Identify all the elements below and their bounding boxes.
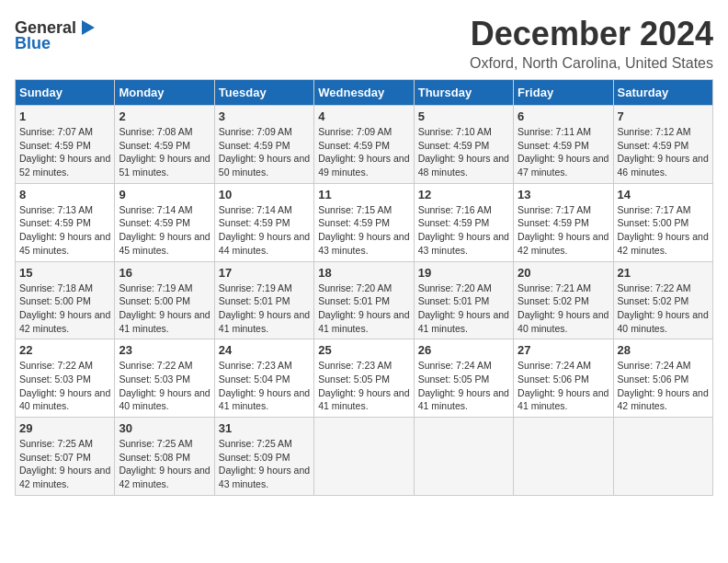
- calendar-cell: [613, 418, 712, 496]
- day-number: 9: [119, 188, 210, 201]
- day-number: 13: [518, 188, 609, 201]
- calendar-cell: [414, 418, 513, 496]
- day-detail: Sunrise: 7:09 AMSunset: 4:59 PMDaylight:…: [219, 125, 310, 179]
- calendar-cell: 24Sunrise: 7:23 AMSunset: 5:04 PMDayligh…: [214, 339, 313, 418]
- calendar-cell: 2Sunrise: 7:08 AMSunset: 4:59 PMDaylight…: [115, 106, 214, 184]
- calendar-cell: 22Sunrise: 7:22 AMSunset: 5:03 PMDayligh…: [16, 339, 115, 418]
- day-detail: Sunrise: 7:21 AMSunset: 5:02 PMDaylight:…: [518, 282, 609, 336]
- day-detail: Sunrise: 7:17 AMSunset: 5:00 PMDaylight:…: [618, 203, 709, 258]
- day-header-monday: Monday: [115, 80, 214, 106]
- day-detail: Sunrise: 7:17 AMSunset: 4:59 PMDaylight:…: [518, 203, 609, 258]
- calendar-cell: 7Sunrise: 7:12 AMSunset: 4:59 PMDaylight…: [613, 106, 712, 184]
- day-detail: Sunrise: 7:16 AMSunset: 4:59 PMDaylight:…: [418, 203, 509, 258]
- day-header-wednesday: Wednesday: [314, 80, 414, 106]
- calendar-cell: 3Sunrise: 7:09 AMSunset: 4:59 PMDaylight…: [214, 106, 313, 184]
- calendar-cell: 4Sunrise: 7:09 AMSunset: 4:59 PMDaylight…: [314, 106, 414, 184]
- calendar-subtitle: Oxford, North Carolina, United States: [470, 55, 713, 72]
- calendar-cell: 19Sunrise: 7:20 AMSunset: 5:01 PMDayligh…: [414, 261, 513, 339]
- day-detail: Sunrise: 7:10 AMSunset: 4:59 PMDaylight:…: [418, 125, 509, 179]
- logo-blue-text: Blue: [15, 34, 51, 53]
- day-detail: Sunrise: 7:24 AMSunset: 5:06 PMDaylight:…: [518, 359, 609, 413]
- calendar-week-row: 15Sunrise: 7:18 AMSunset: 5:00 PMDayligh…: [16, 261, 713, 339]
- day-header-thursday: Thursday: [414, 80, 513, 106]
- calendar-cell: 11Sunrise: 7:15 AMSunset: 4:59 PMDayligh…: [314, 183, 414, 261]
- day-detail: Sunrise: 7:25 AMSunset: 5:07 PMDaylight:…: [19, 437, 110, 491]
- day-detail: Sunrise: 7:09 AMSunset: 4:59 PMDaylight:…: [318, 125, 409, 179]
- calendar-cell: [314, 418, 414, 496]
- svg-marker-0: [82, 20, 95, 35]
- day-detail: Sunrise: 7:15 AMSunset: 4:59 PMDaylight:…: [318, 203, 409, 258]
- calendar-cell: 8Sunrise: 7:13 AMSunset: 4:59 PMDaylight…: [16, 183, 115, 261]
- day-header-tuesday: Tuesday: [214, 80, 313, 106]
- day-detail: Sunrise: 7:08 AMSunset: 4:59 PMDaylight:…: [119, 125, 210, 179]
- day-number: 24: [219, 343, 310, 357]
- day-detail: Sunrise: 7:25 AMSunset: 5:09 PMDaylight:…: [219, 437, 310, 491]
- calendar-header-row: SundayMondayTuesdayWednesdayThursdayFrid…: [16, 80, 713, 106]
- calendar-cell: 13Sunrise: 7:17 AMSunset: 4:59 PMDayligh…: [514, 183, 613, 261]
- day-header-sunday: Sunday: [16, 80, 115, 106]
- calendar-cell: 1Sunrise: 7:07 AMSunset: 4:59 PMDaylight…: [16, 106, 115, 184]
- calendar-cell: 18Sunrise: 7:20 AMSunset: 5:01 PMDayligh…: [314, 261, 414, 339]
- calendar-cell: 25Sunrise: 7:23 AMSunset: 5:05 PMDayligh…: [314, 339, 414, 418]
- day-detail: Sunrise: 7:23 AMSunset: 5:04 PMDaylight:…: [219, 359, 310, 413]
- day-detail: Sunrise: 7:24 AMSunset: 5:06 PMDaylight:…: [618, 359, 709, 413]
- day-detail: Sunrise: 7:22 AMSunset: 5:03 PMDaylight:…: [119, 359, 210, 413]
- calendar-body: 1Sunrise: 7:07 AMSunset: 4:59 PMDaylight…: [16, 106, 713, 496]
- day-number: 10: [219, 188, 310, 201]
- calendar-cell: 29Sunrise: 7:25 AMSunset: 5:07 PMDayligh…: [16, 418, 115, 496]
- calendar-cell: 14Sunrise: 7:17 AMSunset: 5:00 PMDayligh…: [613, 183, 712, 261]
- day-number: 22: [19, 343, 110, 357]
- calendar-week-row: 1Sunrise: 7:07 AMSunset: 4:59 PMDaylight…: [16, 106, 713, 184]
- day-detail: Sunrise: 7:23 AMSunset: 5:05 PMDaylight:…: [318, 359, 409, 413]
- calendar-table: SundayMondayTuesdayWednesdayThursdayFrid…: [15, 79, 713, 496]
- calendar-cell: 17Sunrise: 7:19 AMSunset: 5:01 PMDayligh…: [214, 261, 313, 339]
- calendar-cell: 12Sunrise: 7:16 AMSunset: 4:59 PMDayligh…: [414, 183, 513, 261]
- calendar-cell: 30Sunrise: 7:25 AMSunset: 5:08 PMDayligh…: [115, 418, 214, 496]
- day-number: 8: [19, 188, 110, 201]
- calendar-cell: 20Sunrise: 7:21 AMSunset: 5:02 PMDayligh…: [514, 261, 613, 339]
- day-number: 4: [318, 109, 409, 123]
- day-number: 17: [219, 266, 310, 280]
- day-detail: Sunrise: 7:24 AMSunset: 5:05 PMDaylight:…: [418, 359, 509, 413]
- day-detail: Sunrise: 7:07 AMSunset: 4:59 PMDaylight:…: [19, 125, 110, 179]
- day-number: 27: [518, 343, 609, 357]
- calendar-cell: 10Sunrise: 7:14 AMSunset: 4:59 PMDayligh…: [214, 183, 313, 261]
- calendar-title-area: December 2024 Oxford, North Carolina, Un…: [470, 15, 713, 72]
- calendar-cell: 28Sunrise: 7:24 AMSunset: 5:06 PMDayligh…: [613, 339, 712, 418]
- calendar-cell: 21Sunrise: 7:22 AMSunset: 5:02 PMDayligh…: [613, 261, 712, 339]
- day-number: 6: [518, 109, 609, 123]
- calendar-cell: 15Sunrise: 7:18 AMSunset: 5:00 PMDayligh…: [16, 261, 115, 339]
- day-number: 11: [318, 188, 409, 201]
- day-number: 21: [618, 266, 709, 280]
- day-detail: Sunrise: 7:14 AMSunset: 4:59 PMDaylight:…: [219, 203, 310, 258]
- day-number: 5: [418, 109, 509, 123]
- day-number: 19: [418, 266, 509, 280]
- calendar-week-row: 8Sunrise: 7:13 AMSunset: 4:59 PMDaylight…: [16, 183, 713, 261]
- calendar-title: December 2024: [470, 15, 713, 53]
- calendar-cell: 6Sunrise: 7:11 AMSunset: 4:59 PMDaylight…: [514, 106, 613, 184]
- calendar-cell: 9Sunrise: 7:14 AMSunset: 4:59 PMDaylight…: [115, 183, 214, 261]
- day-detail: Sunrise: 7:19 AMSunset: 5:00 PMDaylight:…: [119, 282, 210, 336]
- day-number: 12: [418, 188, 509, 201]
- calendar-cell: 16Sunrise: 7:19 AMSunset: 5:00 PMDayligh…: [115, 261, 214, 339]
- day-number: 25: [318, 343, 409, 357]
- day-number: 18: [318, 266, 409, 280]
- day-number: 1: [19, 109, 110, 123]
- day-detail: Sunrise: 7:19 AMSunset: 5:01 PMDaylight:…: [219, 282, 310, 336]
- day-number: 29: [19, 421, 110, 435]
- day-detail: Sunrise: 7:14 AMSunset: 4:59 PMDaylight:…: [119, 203, 210, 258]
- day-number: 2: [119, 109, 210, 123]
- day-number: 3: [219, 109, 310, 123]
- day-detail: Sunrise: 7:18 AMSunset: 5:00 PMDaylight:…: [19, 282, 110, 336]
- day-detail: Sunrise: 7:25 AMSunset: 5:08 PMDaylight:…: [119, 437, 210, 491]
- day-number: 31: [219, 421, 310, 435]
- page-header: General Blue December 2024 Oxford, North…: [15, 15, 713, 72]
- calendar-week-row: 22Sunrise: 7:22 AMSunset: 5:03 PMDayligh…: [16, 339, 713, 418]
- calendar-cell: [514, 418, 613, 496]
- day-number: 15: [19, 266, 110, 280]
- day-detail: Sunrise: 7:12 AMSunset: 4:59 PMDaylight:…: [618, 125, 709, 179]
- day-number: 28: [618, 343, 709, 357]
- calendar-cell: 31Sunrise: 7:25 AMSunset: 5:09 PMDayligh…: [214, 418, 313, 496]
- logo-triangle-icon: [78, 18, 97, 37]
- day-header-saturday: Saturday: [613, 80, 712, 106]
